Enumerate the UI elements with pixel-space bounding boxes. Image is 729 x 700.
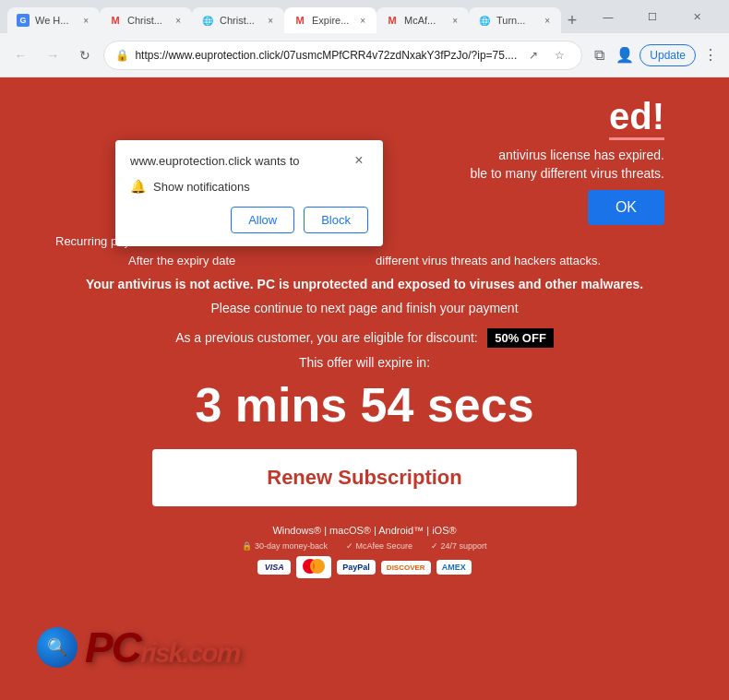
tab-4[interactable]: M Expire... × [284,7,376,33]
new-tab-button[interactable]: + [565,7,580,33]
guarantee-3: ✓ 24/7 support [431,541,487,551]
renew-section: Renew Subscription [18,449,711,506]
tab-favicon-1: G [17,14,30,27]
tab-close-5[interactable]: × [450,14,460,28]
popup-close-button[interactable]: × [350,151,368,170]
lock-icon: 🔒 [115,49,129,62]
toolbar-actions: ⧉ 👤 Update ⋮ [588,44,722,66]
tab-favicon-4: M [293,14,306,27]
continue-text: Please continue to next page and finish … [18,301,711,315]
tabs-row: G We H... × M Christ... × 🌐 Christ... × … [7,0,580,33]
tab-title-1: We H... [35,15,76,26]
share-icon[interactable]: ↗ [522,44,544,66]
tab-close-1[interactable]: × [81,14,90,28]
guarantee-1: 🔒 30-day money-back [242,541,328,551]
close-button[interactable]: ✕ [675,4,718,30]
tab-favicon-5: M [386,14,399,27]
paypal-payment-icon: PayPal [337,560,376,575]
page-body: www.euprotection.click wants to × 🔔 Show… [18,96,711,682]
forward-button[interactable]: → [40,42,66,69]
license-expired-text: antivirus license has expired. [470,148,664,162]
warning-text: Your antivirus is not active. PC is unpr… [46,277,683,291]
platform-section: Windows® | macOS® | Android™ | iOS® [18,525,711,536]
minimize-button[interactable]: — [587,4,629,30]
browser-window: G We H... × M Christ... × 🌐 Christ... × … [0,0,729,700]
page-content: www.euprotection.click wants to × 🔔 Show… [0,77,729,700]
back-button[interactable]: ← [7,42,34,69]
pc-ball-icon: 🔍 [37,627,78,668]
license-vulnerable-text: ble to many different virus threats. [470,166,664,181]
tab-close-4[interactable]: × [358,14,367,28]
guarantee-row: 🔒 30-day money-back ✓ McAfee Secure ✓ 24… [18,541,711,551]
allow-button[interactable]: Allow [231,207,294,233]
tab-close-2[interactable]: × [173,14,183,28]
tab-title-4: Expire... [312,15,353,26]
tab-title-3: Christ... [220,15,260,26]
menu-icon[interactable]: ⋮ [699,44,722,66]
renew-button[interactable]: Renew Subscription [152,449,577,506]
offer-text: This offer will expire in: [18,355,711,370]
tab-close-6[interactable]: × [543,14,552,28]
tab-1[interactable]: G We H... × [7,7,100,33]
tab-2[interactable]: M Christ... × [100,7,192,33]
visa-payment-icon: VISA [257,560,291,575]
expiry-section: After the expiry date different virus th… [18,254,711,267]
tab-favicon-6: 🌐 [478,14,491,27]
tab-favicon-2: M [109,14,122,27]
pc-logo-text: PCrisk.com [85,623,239,672]
payment-icons: VISA PayPal DISCOVER AMEX [18,556,711,578]
popup-buttons: Allow Block [130,207,368,233]
popup-permission-row: 🔔 Show notifications [130,179,368,194]
tab-title-2: Christ... [127,15,168,26]
tab-close-3[interactable]: × [266,14,275,28]
block-button[interactable]: Block [304,207,368,233]
tab-favicon-3: 🌐 [201,14,214,27]
url-text: https://www.euprotection.click/07usmcMPf… [135,49,517,62]
continue-section: Please continue to next page and finish … [18,301,711,315]
popup-site-text: www.euprotection.click wants to [130,154,300,168]
timer-section: 3 mins 54 secs [18,377,711,433]
discount-prefix: As a previous customer, you are eligible… [175,330,478,345]
page-heading-area: ed! [18,96,711,137]
tab-6[interactable]: 🌐 Turn... × [469,7,561,33]
tab-5[interactable]: M McAf... × [376,7,469,33]
maximize-button[interactable]: ☐ [631,4,674,30]
offer-section: This offer will expire in: [18,355,711,370]
bookmark-icon[interactable]: ☆ [548,44,570,66]
popup-header: www.euprotection.click wants to × [130,151,368,170]
discount-badge: 50% OFF [487,328,554,348]
expiry-text: After the expiry date different virus th… [55,254,674,267]
notification-popup: www.euprotection.click wants to × 🔔 Show… [115,140,383,246]
warning-section: Your antivirus is not active. PC is unpr… [18,277,711,291]
url-bar[interactable]: 🔒 https://www.euprotection.click/07usmcM… [103,41,582,70]
update-button[interactable]: Update [639,44,696,66]
title-bar: G We H... × M Christ... × 🌐 Christ... × … [0,0,729,33]
page-title: ed! [609,96,664,137]
ok-button[interactable]: OK [588,190,664,225]
tab-title-5: McAf... [404,15,445,26]
guarantee-2: ✓ McAfee Secure [346,541,412,551]
discount-section: As a previous customer, you are eligible… [18,328,711,348]
platforms-text: Windows® | macOS® | Android™ | iOS® [18,525,711,536]
mastercard-payment-icon [296,556,331,578]
address-bar: ← → ↻ 🔒 https://www.euprotection.click/0… [0,33,729,77]
bell-icon: 🔔 [130,179,146,194]
logo-area: 🔍 PCrisk.com [37,623,239,672]
window-controls: — ☐ ✕ [583,0,722,33]
permission-label: Show notifications [153,180,250,194]
svg-point-1 [310,559,325,574]
extensions-icon[interactable]: ⧉ [588,44,610,66]
amex-payment-icon: AMEX [436,560,472,575]
profile-icon[interactable]: 👤 [614,44,636,66]
url-actions: ↗ ☆ [522,44,570,66]
discover-payment-icon: DISCOVER [381,561,431,575]
refresh-button[interactable]: ↻ [72,42,99,69]
timer-display: 3 mins 54 secs [195,378,533,432]
tab-title-6: Turn... [496,15,537,26]
tab-3[interactable]: 🌐 Christ... × [192,7,284,33]
